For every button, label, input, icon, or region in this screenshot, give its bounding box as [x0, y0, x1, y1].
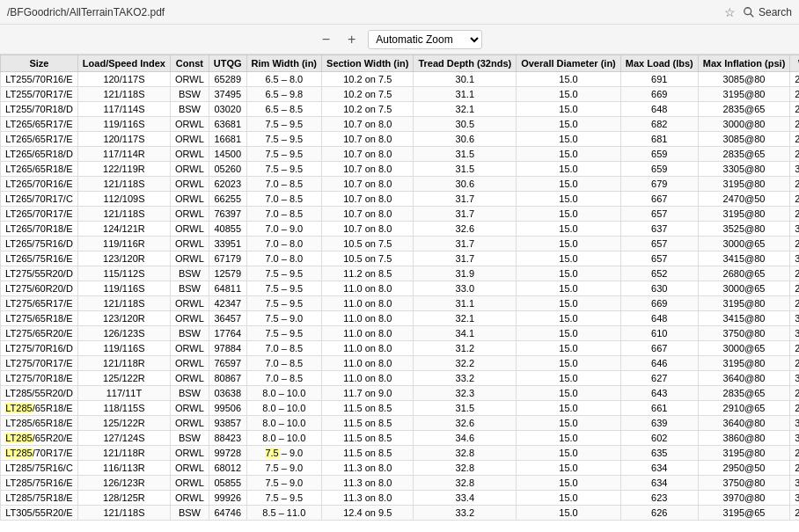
- table-row: LT265/70R17/C112/109SORWL662557.0 – 8.51…: [1, 192, 800, 207]
- table-row: LT275/65R20/E126/123SBSW177647.5 – 9.511…: [1, 326, 800, 341]
- table-row: LT265/75R16/D119/116RORWL339517.0 – 8.01…: [1, 237, 800, 251]
- top-bar: /BFGoodrich/AllTerrainTAKO2.pdf ☆ Search: [0, 0, 799, 25]
- table-row: LT265/65R17/E119/116SORWL636817.5 – 9.51…: [1, 117, 800, 132]
- table-row: LT255/70R17/E121/118SBSW374956.5 – 9.810…: [1, 87, 800, 102]
- table-row: LT265/65R18/E122/119RORWL052607.5 – 9.51…: [1, 162, 800, 177]
- table-row: LT275/55R20/D115/112SBSW125797.5 – 9.511…: [1, 266, 800, 281]
- search-label: Search: [759, 6, 792, 18]
- table-row: LT275/65R17/E121/118SORWL423477.5 – 9.51…: [1, 296, 800, 311]
- toolbar: − + Automatic ZoomActual SizePage FitPag…: [0, 25, 799, 55]
- table-row: LT275/65R18/E123/120RORWL364577.5 – 9.01…: [1, 311, 800, 326]
- zoom-out-button[interactable]: −: [317, 30, 335, 49]
- table-row: LT275/70R16/D119/116SORWL978847.0 – 8.51…: [1, 341, 800, 356]
- filepath-text: /BFGoodrich/AllTerrainTAKO2.pdf: [7, 6, 165, 18]
- table-row: LT275/70R18/E125/122RORWL808677.0 – 8.51…: [1, 371, 800, 386]
- table-row: LT265/65R18/D117/114RORWL145007.5 – 9.51…: [1, 147, 800, 162]
- zoom-in-button[interactable]: +: [342, 30, 361, 49]
- table-row: LT265/65R17/E120/117SORWL166817.5 – 9.51…: [1, 132, 800, 147]
- table-row: LT265/70R17/E121/118SORWL763977.0 – 8.51…: [1, 207, 800, 222]
- table-row: LT275/70R17/E121/118RORWL765977.0 – 8.51…: [1, 356, 800, 371]
- table-row: LT285/75R16/C116/113RORWL680127.5 – 9.01…: [1, 461, 800, 476]
- table-row: LT285/65R18/E125/122RORWL938578.0 – 10.0…: [1, 416, 800, 431]
- star-icon[interactable]: ☆: [724, 5, 736, 19]
- search-area[interactable]: Search: [743, 6, 792, 18]
- header-row: SizeLoad/Speed IndexConstUTQGRim Width (…: [1, 55, 800, 72]
- table-row: LT285/65R18/E118/115SORWL995068.0 – 10.0…: [1, 401, 800, 416]
- table-row: LT275/60R20/D119/116SBSW648117.5 – 9.511…: [1, 281, 800, 296]
- table-row: LT255/70R18/D117/114SBSW030206.5 – 8.510…: [1, 102, 800, 117]
- table-row: LT285/65R20/E127/124SBSW884238.0 – 10.01…: [1, 431, 800, 446]
- table-row: LT285/75R16/E126/123RORWL058557.5 – 9.01…: [1, 476, 800, 491]
- zoom-select[interactable]: Automatic ZoomActual SizePage FitPage Wi…: [368, 30, 482, 49]
- table-row: LT265/75R16/E123/120RORWL671797.0 – 8.01…: [1, 251, 800, 266]
- table-row: LT265/70R18/E124/121RORWL408557.0 – 9.01…: [1, 222, 800, 237]
- top-bar-right: ☆ Search: [724, 5, 792, 19]
- table-row: LT285/70R17/E121/118RORWL997287.5 – 9.01…: [1, 446, 800, 461]
- table-row: LT255/70R16/E120/117SORWL652896.5 – 8.01…: [1, 72, 800, 87]
- table-header: SizeLoad/Speed IndexConstUTQGRim Width (…: [1, 55, 800, 72]
- table-row: LT265/70R16/E121/118SORWL620237.0 – 8.51…: [1, 177, 800, 192]
- table-container: SizeLoad/Speed IndexConstUTQGRim Width (…: [0, 55, 799, 532]
- table-body: LT255/70R16/E120/117SORWL652896.5 – 8.01…: [1, 72, 800, 521]
- table-row: LT285/75R18/E128/125RORWL999267.5 – 9.51…: [1, 491, 800, 506]
- filepath-area: /BFGoodrich/AllTerrainTAKO2.pdf: [7, 6, 165, 18]
- table-row: LT305/55R20/E121/118SBSW647468.5 – 11.01…: [1, 506, 800, 521]
- search-icon: [743, 6, 755, 18]
- table-row: LT285/55R20/D117/11TBSW036388.0 – 10.011…: [1, 386, 800, 401]
- data-table: SizeLoad/Speed IndexConstUTQGRim Width (…: [0, 55, 799, 521]
- svg-point-0: [744, 7, 751, 14]
- svg-line-1: [751, 13, 754, 17]
